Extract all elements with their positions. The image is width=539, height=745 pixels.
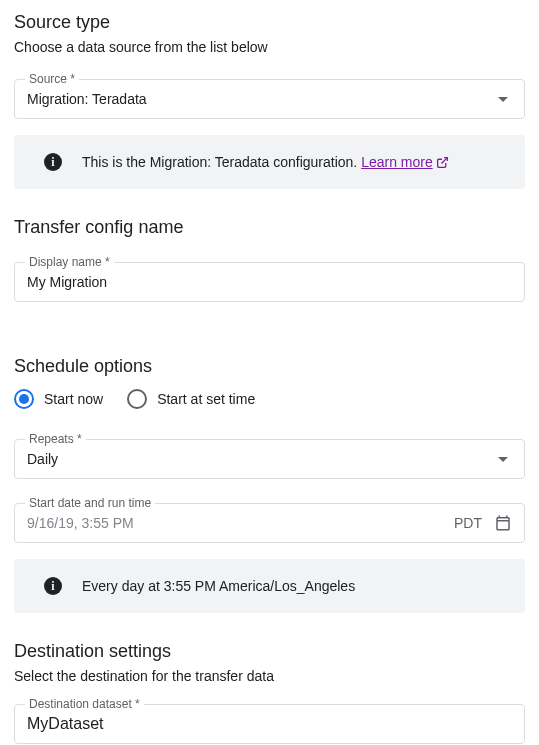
source-info-panel: i This is the Migration: Teradata config… <box>14 135 525 189</box>
source-select-label: Source * <box>25 72 79 86</box>
radio-start-now[interactable]: Start now <box>14 389 103 409</box>
display-name-input[interactable] <box>27 274 512 290</box>
info-icon: i <box>44 577 62 595</box>
start-datetime-field[interactable]: Start date and run time PDT <box>14 503 525 543</box>
radio-icon <box>127 389 147 409</box>
schedule-radio-group: Start now Start at set time <box>14 389 525 409</box>
destination-dataset-input[interactable] <box>27 715 512 733</box>
radio-start-set-time[interactable]: Start at set time <box>127 389 255 409</box>
start-datetime-input[interactable] <box>27 515 442 531</box>
source-type-heading: Source type <box>14 12 525 33</box>
radio-icon <box>14 389 34 409</box>
display-name-field[interactable]: Display name * <box>14 262 525 302</box>
display-name-label: Display name * <box>25 255 114 269</box>
start-datetime-label: Start date and run time <box>25 496 155 510</box>
schedule-info-panel: i Every day at 3:55 PM America/Los_Angel… <box>14 559 525 613</box>
repeats-select[interactable]: Repeats * Daily <box>14 439 525 479</box>
dropdown-arrow-icon <box>498 457 508 462</box>
radio-start-set-label: Start at set time <box>157 391 255 407</box>
timezone-label: PDT <box>454 515 482 531</box>
learn-more-link[interactable]: Learn more <box>361 154 449 170</box>
destination-dataset-field[interactable]: Destination dataset * <box>14 704 525 744</box>
svg-line-0 <box>441 157 447 163</box>
schedule-heading: Schedule options <box>14 356 525 377</box>
radio-start-now-label: Start now <box>44 391 103 407</box>
dropdown-arrow-icon <box>498 97 508 102</box>
transfer-config-heading: Transfer config name <box>14 217 525 238</box>
source-info-text: This is the Migration: Teradata configur… <box>82 154 361 170</box>
repeats-value: Daily <box>27 451 58 467</box>
source-select[interactable]: Source * Migration: Teradata <box>14 79 525 119</box>
destination-dataset-label: Destination dataset * <box>25 697 144 711</box>
info-icon: i <box>44 153 62 171</box>
source-type-description: Choose a data source from the list below <box>14 39 525 55</box>
schedule-info-text: Every day at 3:55 PM America/Los_Angeles <box>82 578 355 594</box>
calendar-icon[interactable] <box>494 514 512 532</box>
destination-description: Select the destination for the transfer … <box>14 668 525 684</box>
source-select-value: Migration: Teradata <box>27 91 147 107</box>
external-link-icon <box>436 156 449 169</box>
destination-heading: Destination settings <box>14 641 525 662</box>
repeats-label: Repeats * <box>25 432 86 446</box>
